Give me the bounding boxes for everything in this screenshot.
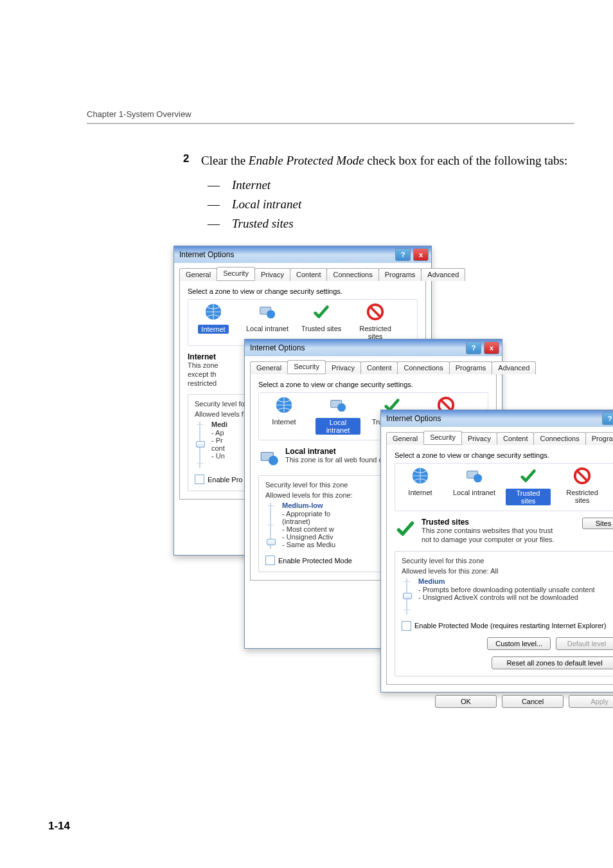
computer-globe-icon (465, 466, 484, 485)
security-slider[interactable] (195, 422, 205, 468)
enable-protected-label: Enable Protected Mode (requires restarti… (414, 622, 606, 629)
bullet-local-intranet: Local intranet (232, 197, 301, 211)
tab-content[interactable]: Content (497, 432, 535, 445)
default-level-button[interactable]: Default level (556, 637, 613, 650)
zone-trusted-label: Trusted sites (506, 489, 551, 505)
check-icon (312, 302, 331, 321)
close-icon[interactable]: x (413, 248, 429, 261)
dialog-title: Internet Options (179, 250, 234, 259)
zone-local-intranet-label: Local intranet (245, 325, 290, 332)
running-header: Chapter 1-System Overview (87, 109, 574, 119)
help-icon[interactable]: ? (395, 248, 411, 261)
zone-internet-label: Internet (262, 418, 306, 426)
computer-globe-icon (258, 447, 280, 469)
level-line: cont (211, 444, 227, 452)
apply-button[interactable]: Apply (569, 695, 613, 708)
tab-privacy[interactable]: Privacy (254, 268, 290, 281)
tab-content[interactable]: Content (360, 361, 398, 374)
tab-privacy[interactable]: Privacy (325, 361, 361, 374)
svg-point-11 (269, 456, 278, 466)
tab-programs[interactable]: Programs (449, 361, 493, 374)
allowed-levels-label: Allowed levels for this zone: All (402, 567, 613, 575)
level-line: - Ap (211, 429, 227, 437)
check-icon (395, 518, 416, 539)
level-line: - Unsigned ActiveX controls will not be … (418, 593, 595, 601)
sites-button[interactable]: Sites (582, 518, 613, 529)
zone-name-heading: Trusted sites (422, 518, 563, 527)
enable-protected-checkbox[interactable] (265, 556, 275, 565)
security-slider[interactable] (265, 503, 276, 549)
cancel-button[interactable]: Cancel (502, 695, 564, 708)
tab-content[interactable]: Content (290, 268, 328, 281)
tab-advanced[interactable]: Advanced (492, 361, 536, 374)
select-zone-label: Select a zone to view or change security… (188, 287, 418, 295)
select-zone-label: Select a zone to view or change security… (258, 381, 488, 388)
tab-general[interactable]: General (250, 361, 288, 374)
page-number: 1-14 (48, 820, 70, 833)
tab-security[interactable]: Security (423, 431, 462, 444)
level-name: Medi (211, 420, 227, 428)
tab-privacy[interactable]: Privacy (461, 432, 497, 445)
no-entry-icon (366, 302, 385, 321)
help-icon[interactable]: ? (602, 412, 613, 425)
zone-local-intranet[interactable]: Local intranet (245, 302, 290, 332)
level-line: - Same as Mediu (282, 541, 335, 548)
zone-internet[interactable]: Internet (398, 466, 443, 496)
internet-options-dialog-3: Internet Options ? x General Security Pr… (380, 410, 613, 692)
zone-restricted[interactable]: Restricted sites (560, 466, 605, 504)
globe-icon (274, 395, 294, 415)
zone-local-intranet[interactable]: Local intranet (452, 466, 497, 496)
globe-icon (411, 466, 430, 485)
zone-desc-line: except th (188, 370, 217, 378)
zone-local-intranet[interactable]: Local intranet (315, 395, 360, 435)
security-slider[interactable] (402, 579, 412, 615)
tab-programs[interactable]: Programs (378, 268, 422, 281)
tab-general[interactable]: General (179, 268, 217, 281)
tab-connections[interactable]: Connections (533, 432, 585, 445)
zone-desc-line: restricted (188, 379, 217, 387)
zone-internet[interactable]: Internet (191, 302, 236, 334)
level-line: - Most content w (282, 525, 335, 533)
help-icon[interactable]: ? (466, 341, 481, 354)
svg-point-14 (474, 474, 482, 482)
zone-restricted-label: Restricted sites (560, 489, 605, 504)
step-bullet-list: Internet Local intranet Trusted sites (201, 176, 567, 234)
step-text-before: Clear the (201, 154, 249, 167)
enable-protected-checkbox[interactable] (195, 475, 204, 484)
security-level-title: Security level for this zone (402, 557, 613, 565)
zone-restricted[interactable]: Restricted sites (353, 302, 398, 340)
computer-globe-icon (258, 302, 277, 321)
zone-desc-line: This zone (188, 361, 218, 369)
tab-security[interactable]: Security (287, 360, 326, 374)
zone-restricted-label: Restricted sites (353, 325, 398, 340)
level-line: (intranet) (282, 518, 335, 525)
tab-programs[interactable]: Programs (585, 432, 613, 445)
zone-trusted[interactable]: Trusted sites (299, 302, 344, 332)
enable-protected-label: Enable Protected Mode (278, 557, 352, 565)
select-zone-label: Select a zone to view or change security… (395, 451, 613, 459)
tab-connections[interactable]: Connections (326, 268, 378, 281)
close-icon[interactable]: x (484, 341, 499, 354)
zone-internet[interactable]: Internet (262, 395, 306, 426)
step-text-after: check box for each of the following tabs… (364, 154, 568, 167)
level-line: - Unsigned Activ (282, 533, 335, 541)
level-line: - Prompts before downloading potentially… (418, 586, 595, 593)
step-number: 2 (183, 152, 201, 165)
step-instruction: Clear the Enable Protected Mode check bo… (201, 152, 567, 169)
tab-connections[interactable]: Connections (397, 361, 449, 374)
enable-protected-checkbox[interactable] (402, 621, 411, 631)
computer-globe-icon (328, 395, 348, 415)
enable-protected-label: Enable Pro (208, 476, 242, 484)
level-name: Medium-low (282, 502, 335, 509)
tab-security[interactable]: Security (217, 267, 255, 280)
tab-general[interactable]: General (386, 432, 424, 445)
reset-zones-button[interactable]: Reset all zones to default level (492, 656, 613, 669)
tab-advanced[interactable]: Advanced (421, 268, 465, 281)
ok-button[interactable]: OK (435, 695, 497, 708)
dialog-title: Internet Options (386, 414, 441, 423)
custom-level-button[interactable]: Custom level... (487, 637, 551, 650)
zone-trusted[interactable]: Trusted sites (506, 466, 551, 505)
level-line: - Un (211, 452, 227, 460)
zone-internet-label: Internet (398, 489, 443, 496)
level-line: - Pr (211, 437, 227, 444)
